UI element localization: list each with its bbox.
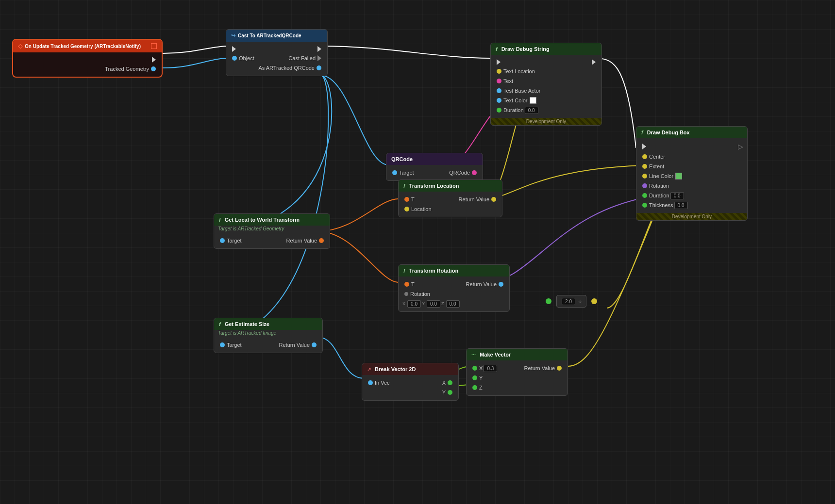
line-color-swatch — [675, 173, 682, 179]
event-exec-row — [13, 55, 162, 64]
ddb-center-pin — [642, 154, 647, 159]
get-estimate-size-node: f Get Estimate Size Target is ARTracked … — [214, 318, 323, 353]
mv-x-row: X 0.3 Return Value — [467, 363, 568, 373]
event-tracked-geometry-row: Tracked Geometry — [13, 64, 162, 74]
dds-base-actor-pin — [497, 88, 501, 93]
cast-object-row: Object Cast Failed — [226, 53, 327, 63]
ges-return-pin — [312, 342, 317, 347]
divider-container: 2.0 ÷ — [544, 295, 599, 308]
ddb-dev-only: Development Only — [636, 213, 747, 220]
transform-location-title: Transform Location — [409, 183, 459, 189]
ges-target-row: Target Return Value — [214, 340, 322, 350]
event-node: ◇ On Update Tracked Geometry (ARTrackabl… — [12, 39, 163, 78]
tracked-geometry-pin — [151, 66, 156, 71]
ddb-thickness-pin — [642, 203, 647, 208]
get-estimate-size-header: f Get Estimate Size — [214, 318, 322, 330]
tl-location-pin — [404, 207, 409, 211]
func-icon-ges: f — [219, 321, 221, 327]
cast-exec-in — [232, 46, 236, 52]
func-icon-tl: f — [403, 183, 405, 189]
ddb-duration-row: Duration 0.0 — [636, 191, 747, 200]
ddb-line-color-pin — [642, 174, 647, 179]
get-estimate-size-title: Get Estimate Size — [225, 321, 269, 327]
draw-debug-box-header: f Draw Debug Box — [636, 127, 747, 138]
divider-value[interactable]: 2.0 — [562, 298, 575, 305]
qr-output-pin — [472, 170, 477, 175]
draw-debug-string-title: Draw Debug String — [501, 46, 550, 52]
tr-rot-x[interactable]: 0.0 — [407, 300, 421, 308]
ddb-exec-in — [642, 144, 646, 149]
ddb-thickness-row: Thickness 0.0 — [636, 200, 747, 210]
dds-duration-val[interactable]: 0.0 — [525, 107, 538, 114]
func-icon-box: f — [641, 130, 643, 135]
tr-rotation-vals-row: X 0.0 Y 0.0 Z 0.0 — [399, 299, 509, 309]
cast-node-header: ↪ Cast To ARTrackedQRCode — [226, 30, 327, 42]
bv2d-y-row: Y — [362, 388, 458, 397]
cast-exec-row — [226, 45, 327, 53]
ddb-thickness-val[interactable]: 0.0 — [674, 202, 688, 209]
ddb-line-color-row: Line Color — [636, 171, 747, 181]
mv-x-val[interactable]: 0.3 — [484, 365, 497, 372]
dds-text-pin — [497, 79, 501, 83]
draw-debug-box-title: Draw Debug Box — [647, 130, 690, 135]
ddb-duration-val[interactable]: 0.0 — [670, 192, 684, 199]
tl-location-row: Location — [399, 204, 502, 214]
tr-rotation-pin — [404, 292, 408, 296]
mv-x-pin — [472, 366, 477, 371]
break-vector2d-header: ↗ Break Vector 2D — [362, 363, 458, 375]
qr-target-pin — [392, 170, 397, 175]
get-local-world-header: f Get Local to World Transform — [214, 214, 330, 226]
get-estimate-size-subtitle: Target is ARTracked Image — [214, 330, 322, 337]
get-local-world-node: f Get Local to World Transform Target is… — [214, 213, 330, 249]
make-vector-icon: ··· — [471, 352, 476, 358]
text-color-swatch — [530, 97, 536, 104]
bv2d-invec-pin — [368, 380, 373, 385]
mv-y-pin — [472, 375, 477, 380]
dds-dev-only: Development Only — [491, 118, 601, 125]
dds-exec-out — [592, 59, 596, 65]
glw-target-pin — [220, 238, 225, 243]
dds-text-row: Text — [491, 76, 601, 86]
qrcode-node: QRCode Target QRCode — [386, 153, 483, 181]
cast-as-row: As ARTracked QRCode — [226, 63, 327, 73]
cast-object-pin — [232, 56, 237, 61]
dds-text-location-pin — [497, 69, 501, 74]
event-node-header: ◇ On Update Tracked Geometry (ARTrackabl… — [13, 40, 162, 52]
transform-location-header: f Transform Location — [399, 180, 502, 192]
bv2d-x-pin — [448, 380, 452, 385]
tr-rot-y[interactable]: 0.0 — [427, 300, 440, 308]
divider-in-pin — [546, 298, 551, 304]
divider-symbol: ÷ — [578, 297, 582, 305]
tl-t-row: T Return Value — [399, 195, 502, 204]
ddb-exec-out-triangle: ▷ — [738, 143, 743, 150]
dds-text-location-row: Text Location — [491, 66, 601, 76]
cast-as-qr-pin — [317, 65, 321, 70]
ddb-extent-row: Extent — [636, 162, 747, 171]
ddb-rotation-pin — [642, 183, 647, 188]
transform-rotation-title: Transform Rotation — [409, 268, 458, 274]
draw-debug-string-header: f Draw Debug String — [491, 43, 601, 55]
tr-t-pin — [404, 282, 409, 287]
event-node-title: On Update Tracked Geometry (ARTrackableN… — [25, 44, 141, 49]
ddb-exec-row: ▷ — [636, 141, 747, 152]
get-local-world-subtitle: Target is ARTracked Geometry — [214, 226, 330, 233]
dds-text-color-row: Text Color — [491, 96, 601, 105]
cast-node-title: Cast To ARTrackedQRCode — [238, 33, 301, 38]
mv-z-pin — [472, 385, 477, 390]
tr-rot-z[interactable]: 0.0 — [446, 300, 460, 308]
bv2d-invec-row: In Vec X — [362, 378, 458, 388]
tr-rotation-row: Rotation — [399, 289, 509, 299]
event-exec-out — [152, 57, 156, 63]
func-icon-glw: f — [219, 217, 221, 223]
dds-text-color-pin — [497, 98, 501, 103]
qrcode-node-header: QRCode — [386, 153, 483, 165]
glw-return-pin — [319, 238, 324, 243]
divider-node: 2.0 ÷ — [556, 295, 586, 308]
dds-exec-row — [491, 58, 601, 66]
ddb-duration-pin — [642, 193, 647, 198]
mv-z-row: Z — [467, 383, 568, 392]
dds-duration-pin — [497, 108, 501, 113]
make-vector-node: ··· Make Vector X 0.3 Return Value Y Z — [466, 348, 568, 396]
qr-target-row: Target QRCode — [386, 168, 483, 178]
qrcode-node-title: QRCode — [391, 156, 413, 162]
